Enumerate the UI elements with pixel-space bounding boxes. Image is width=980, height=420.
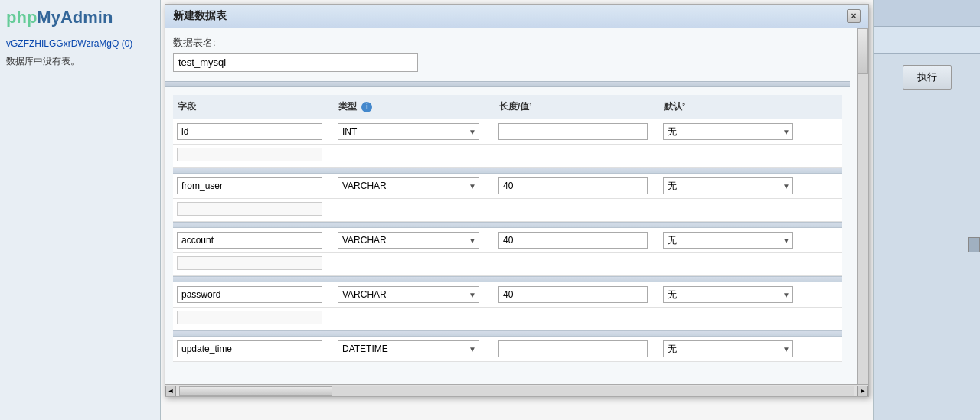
col-separator: [165, 81, 850, 87]
header-default: 默认²: [659, 98, 797, 116]
logo-php: php: [6, 8, 37, 27]
field-account-type-select[interactable]: VARCHAR INT DATETIME: [338, 232, 479, 249]
field-update-time-length-input[interactable]: [498, 340, 648, 357]
scroll-left-arrow[interactable]: ◄: [165, 386, 176, 396]
field-row-update-time-main: DATETIME INT VARCHAR ▼: [173, 337, 842, 362]
field-id-extra-input[interactable]: [177, 148, 322, 161]
table-name-section: 数据表名:: [173, 36, 842, 81]
field-row-password: VARCHAR INT DATETIME ▼: [173, 282, 842, 330]
field-account-type-cell: VARCHAR INT DATETIME ▼: [334, 232, 495, 249]
field-from-user-type-wrapper: VARCHAR INT DATETIME ▼: [338, 177, 479, 194]
modal-scrollbar-thumb[interactable]: [858, 28, 868, 74]
field-password-length-cell: [495, 286, 659, 303]
field-update-time-default-cell: 无 NULL ▼: [659, 340, 797, 357]
field-password-default-cell: 无 NULL ▼: [659, 286, 797, 303]
modal-dialog: 新建数据表 × 数据表名: 字段: [165, 4, 869, 397]
field-id-name-input[interactable]: [177, 123, 322, 140]
header-field: 字段: [173, 98, 334, 116]
field-row-id-extra: [173, 145, 842, 168]
field-password-extra-input-cell: [173, 309, 334, 326]
field-from-user-default-wrapper: 无 NULL ▼: [663, 177, 793, 194]
field-from-user-name-cell: [173, 177, 334, 194]
main-content: 新建数据表 × 数据表名: 字段: [161, 0, 873, 420]
fields-table: 字段 类型 i 长度/值¹ 默认²: [173, 95, 842, 362]
modal-header: 新建数据表 ×: [165, 5, 868, 28]
field-row-password-main: VARCHAR INT DATETIME ▼: [173, 282, 842, 308]
field-row-account: VARCHAR INT DATETIME ▼: [173, 228, 842, 276]
field-id-type-cell: INT VARCHAR DATETIME ▼: [334, 123, 495, 140]
field-password-default-select[interactable]: 无 NULL: [663, 286, 793, 303]
field-password-type-select[interactable]: VARCHAR INT DATETIME: [338, 286, 479, 303]
field-update-time-default-wrapper: 无 NULL ▼: [663, 340, 793, 357]
field-account-default-cell: 无 NULL ▼: [659, 232, 797, 249]
execute-button[interactable]: 执行: [903, 65, 952, 90]
field-account-type-wrapper: VARCHAR INT DATETIME ▼: [338, 232, 479, 249]
modal-scrollbar: [858, 28, 868, 384]
logo-myadmin: MyAdmin: [37, 8, 113, 27]
field-update-time-type-cell: DATETIME INT VARCHAR ▼: [334, 340, 495, 357]
field-account-name-cell: [173, 232, 334, 249]
table-name-label: 数据表名:: [173, 36, 842, 50]
logo: phpMyAdmin: [0, 0, 160, 35]
field-separator-3: [173, 276, 842, 282]
field-account-length-cell: [495, 232, 659, 249]
field-row-from-user-main: VARCHAR INT DATETIME ▼: [173, 174, 842, 199]
horizontal-scrollbar-thumb[interactable]: [179, 386, 332, 396]
execute-btn-area: 执行: [874, 54, 980, 101]
field-from-user-length-cell: [495, 177, 659, 194]
field-password-length-input[interactable]: [498, 286, 648, 303]
field-id-default-select[interactable]: 无 NULL: [663, 123, 793, 140]
field-account-extra-input[interactable]: [177, 256, 322, 270]
field-separator-4: [173, 330, 842, 337]
field-update-time-default-select[interactable]: 无 NULL: [663, 340, 793, 357]
field-from-user-default-select[interactable]: 无 NULL: [663, 177, 793, 194]
field-password-default-wrapper: 无 NULL ▼: [663, 286, 793, 303]
field-row-from-user: VARCHAR INT DATETIME ▼: [173, 174, 842, 222]
field-from-user-extra-input[interactable]: [177, 202, 322, 216]
field-row-from-user-extra: [173, 199, 842, 222]
field-account-length-input[interactable]: [498, 232, 648, 249]
scroll-right-arrow[interactable]: ►: [858, 386, 868, 396]
right-top-bar: [874, 0, 980, 27]
field-from-user-default-cell: 无 NULL ▼: [659, 177, 797, 194]
field-update-time-name-input[interactable]: [177, 340, 322, 357]
field-row-account-main: VARCHAR INT DATETIME ▼: [173, 228, 842, 253]
field-password-name-cell: [173, 286, 334, 303]
field-password-type-cell: VARCHAR INT DATETIME ▼: [334, 286, 495, 303]
modal-body: 数据表名: 字段 类型 i 长度/值¹ 默认²: [165, 28, 868, 384]
field-row-account-extra: [173, 253, 842, 276]
field-id-type-select[interactable]: INT VARCHAR DATETIME: [338, 123, 479, 140]
field-row-password-extra: [173, 308, 842, 330]
modal-inner: 数据表名: 字段 类型 i 长度/值¹ 默认²: [165, 28, 858, 370]
field-password-name-input[interactable]: [177, 286, 322, 303]
field-row-update-time: DATETIME INT VARCHAR ▼: [173, 337, 842, 362]
field-from-user-type-cell: VARCHAR INT DATETIME ▼: [334, 177, 495, 194]
field-from-user-extra-input-cell: [173, 200, 334, 217]
header-length: 长度/值¹: [495, 98, 659, 116]
field-id-length-input[interactable]: [498, 123, 648, 140]
field-update-time-type-select[interactable]: DATETIME INT VARCHAR: [338, 340, 479, 357]
field-separator-2: [173, 222, 842, 228]
modal-close-button[interactable]: ×: [847, 9, 861, 23]
right-mid-bar: [874, 27, 980, 54]
sidebar-db-link[interactable]: vGZFZHILGGxrDWzraMgQ (0): [0, 35, 160, 52]
field-row-id: INT VARCHAR DATETIME ▼: [173, 119, 842, 168]
field-password-type-wrapper: VARCHAR INT DATETIME ▼: [338, 286, 479, 303]
field-from-user-name-input[interactable]: [177, 177, 322, 194]
field-account-default-select[interactable]: 无 NULL: [663, 232, 793, 249]
field-id-length-cell: [495, 123, 659, 140]
field-id-type-wrapper: INT VARCHAR DATETIME ▼: [338, 123, 479, 140]
field-account-extra-input-cell: [173, 255, 334, 272]
sidebar: phpMyAdmin vGZFZHILGGxrDWzraMgQ (0) 数据库中…: [0, 0, 161, 420]
field-from-user-type-select[interactable]: VARCHAR INT DATETIME: [338, 177, 479, 194]
field-account-default-wrapper: 无 NULL ▼: [663, 232, 793, 249]
table-name-input[interactable]: [173, 53, 418, 72]
field-password-extra-input[interactable]: [177, 311, 322, 324]
header-type: 类型 i: [334, 98, 495, 116]
right-panel: 执行: [873, 0, 980, 420]
field-update-time-name-cell: [173, 340, 334, 357]
field-separator-1: [173, 168, 842, 174]
field-account-name-input[interactable]: [177, 232, 322, 249]
field-from-user-length-input[interactable]: [498, 177, 648, 194]
field-id-name-cell: [173, 123, 334, 140]
